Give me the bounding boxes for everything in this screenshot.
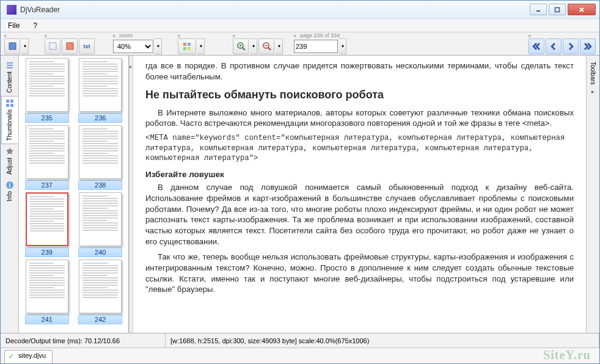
mode-toggle-button[interactable] <box>4 38 20 54</box>
right-toolbars-strip[interactable]: Toolbars ▸ <box>586 56 599 333</box>
svg-rect-9 <box>183 47 186 50</box>
svg-rect-1 <box>555 7 560 12</box>
zoom-label: zoom <box>119 32 133 38</box>
zoom-dropdown-arrow[interactable]: ▾ <box>155 38 162 54</box>
svg-rect-22 <box>10 100 13 103</box>
status-page-info: [w:1688, h:2515, dpi:300, size:49093 byt… <box>166 333 599 348</box>
svg-rect-20 <box>7 67 13 68</box>
nav-last-button[interactable] <box>580 38 596 54</box>
thumbnail-page-image <box>79 58 122 112</box>
page-of-label: page 239 of 334 <box>300 32 340 38</box>
thumbnail-item[interactable]: 239 <box>21 192 73 257</box>
thumbnail-page-image <box>79 125 122 179</box>
thumbnail-page-image <box>26 260 68 313</box>
sidetab-content[interactable]: Content <box>1 58 18 96</box>
text-select-button[interactable]: txt <box>79 38 95 54</box>
vertical-splitter[interactable] <box>129 56 133 333</box>
info-icon: i <box>5 181 14 189</box>
svg-rect-18 <box>7 62 13 64</box>
thumbnail-page-number: 236 <box>78 113 122 123</box>
window-title: DjVuReader <box>20 5 530 14</box>
menu-help[interactable]: ? <box>29 20 41 31</box>
close-button[interactable] <box>568 4 596 15</box>
copy-image-button[interactable] <box>62 38 78 54</box>
sidetab-info[interactable]: i Info <box>1 178 18 205</box>
mode-dropdown[interactable]: ▾ <box>21 38 29 54</box>
thumbnail-item[interactable]: 237 <box>21 125 73 190</box>
thumbnail-item[interactable]: 240 <box>75 192 126 257</box>
svg-line-16 <box>268 48 271 50</box>
thumbnail-page-image <box>26 192 68 246</box>
heading-2: Не пытайтесь обмануть поискового робота <box>145 89 574 101</box>
toolbars-arrow-icon: ▸ <box>591 89 595 95</box>
document-tabs: sitey.djvu SiteY.ru <box>1 348 599 363</box>
nav-prev-button[interactable] <box>546 38 562 54</box>
thumbnails-icon <box>5 99 14 107</box>
app-icon <box>7 5 16 15</box>
thumbnail-page-image <box>26 125 68 179</box>
thumbnail-page-number: 237 <box>25 180 69 190</box>
svg-rect-21 <box>6 100 9 103</box>
paragraph-1: В Интернете выложено много материалов, а… <box>145 107 574 129</box>
svg-rect-24 <box>10 104 13 107</box>
side-tabs: Content Thumbnails Adjust i Info <box>1 56 19 333</box>
adjust-icon <box>5 147 14 156</box>
select-tool-button[interactable] <box>45 38 60 54</box>
document-view[interactable]: гда все в порядке. В противном случае пр… <box>133 56 586 333</box>
heading-3: Избегайте ловушек <box>145 170 574 179</box>
watermark: SiteY.ru <box>543 348 591 362</box>
fragment-text: гда все в порядке. В противном случае пр… <box>145 60 574 82</box>
menu-file[interactable]: File <box>4 20 23 31</box>
zoom-in-button[interactable] <box>233 38 249 54</box>
thumbnail-page-number: 240 <box>78 247 122 257</box>
thumbnail-page-image <box>79 260 122 313</box>
status-bar: Decode/Output time (ms): 70.12/10.66 [w:… <box>1 333 599 348</box>
thumbnail-page-number: 239 <box>25 247 69 257</box>
svg-rect-19 <box>7 65 13 66</box>
document-tab[interactable]: sitey.djvu <box>4 350 53 363</box>
page-content: гда все в порядке. В противном случае пр… <box>133 56 586 311</box>
svg-rect-6 <box>67 43 73 49</box>
svg-rect-8 <box>188 43 191 46</box>
sidetab-thumbnails[interactable]: Thumbnails <box>1 96 18 144</box>
minimize-button[interactable] <box>530 4 547 15</box>
thumbnail-item[interactable]: 242 <box>75 260 126 324</box>
thumbnail-page-image <box>26 58 68 112</box>
zoom-out-dropdown[interactable]: ▾ <box>276 38 283 54</box>
thumbnail-item[interactable]: 236 <box>75 58 126 123</box>
thumbnail-page-number: 235 <box>25 113 69 123</box>
layout-dropdown[interactable]: ▾ <box>197 38 205 54</box>
paragraph-2: В данном случае под ловушкой понимается … <box>145 182 574 247</box>
thumbnail-page-number: 242 <box>78 315 122 324</box>
zoom-select[interactable]: 40% <box>113 40 153 53</box>
thumbnail-page-number: 241 <box>25 315 69 324</box>
thumbnail-item[interactable]: 238 <box>75 125 126 190</box>
thumbnail-item[interactable]: 241 <box>21 260 73 324</box>
code-block: <META name="keywords" content="компьютер… <box>145 133 574 164</box>
thumbnail-page-image <box>79 192 122 246</box>
thumbnail-page-number: 238 <box>78 180 122 190</box>
nav-first-button[interactable] <box>529 38 544 54</box>
zoom-out-button[interactable] <box>258 38 274 54</box>
zoom-in-dropdown[interactable]: ▾ <box>250 38 257 54</box>
status-decode-time: Decode/Output time (ms): 70.12/10.66 <box>1 333 166 348</box>
svg-line-12 <box>243 48 245 50</box>
svg-rect-23 <box>6 104 9 107</box>
paragraph-3: Так что же, теперь вообще нельзя использ… <box>145 252 574 295</box>
nav-next-button[interactable] <box>563 38 579 54</box>
svg-rect-7 <box>183 43 186 46</box>
svg-rect-5 <box>49 43 56 49</box>
sidetab-adjust[interactable]: Adjust <box>1 144 18 178</box>
svg-rect-4 <box>9 43 16 49</box>
maximize-button[interactable] <box>549 4 566 15</box>
thumbnail-item[interactable]: 235 <box>21 58 73 123</box>
page-input[interactable] <box>294 40 338 53</box>
content-icon <box>5 61 14 70</box>
layout-button[interactable] <box>178 38 196 54</box>
page-dropdown[interactable]: ▾ <box>339 38 346 54</box>
titlebar: DjVuReader <box>1 1 599 19</box>
menubar: File ? <box>1 19 599 32</box>
svg-text:i: i <box>9 182 10 189</box>
svg-rect-10 <box>188 47 191 50</box>
thumbnails-panel[interactable]: 235236237238239240241242 <box>19 56 129 333</box>
